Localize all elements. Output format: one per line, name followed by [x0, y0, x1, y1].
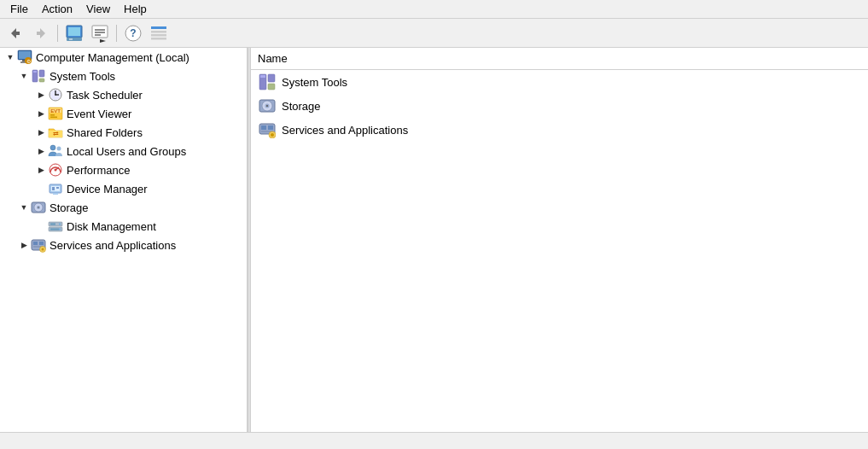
svg-rect-73 — [261, 125, 266, 130]
tree-performance[interactable]: ▶ Performance — [0, 160, 247, 179]
svg-rect-36 — [50, 117, 57, 119]
content-row-storage[interactable]: Storage — [251, 94, 868, 118]
svg-rect-26 — [39, 79, 44, 82]
event-viewer-expander[interactable]: ▶ — [34, 107, 48, 120]
svg-rect-54 — [50, 224, 55, 225]
svg-point-42 — [55, 169, 57, 172]
svg-rect-74 — [268, 125, 273, 130]
svg-rect-47 — [53, 193, 58, 195]
tree-disk-management[interactable]: ▶ Disk Management — [0, 217, 247, 236]
forward-button[interactable] — [29, 22, 53, 44]
svg-rect-5 — [69, 38, 73, 39]
menu-file[interactable]: File — [3, 1, 35, 17]
svg-rect-55 — [50, 229, 59, 230]
svg-rect-65 — [260, 75, 265, 78]
menu-view[interactable]: View — [79, 1, 117, 17]
system-tools-label: System Tools — [50, 70, 115, 83]
svg-rect-35 — [50, 114, 55, 116]
svg-rect-15 — [151, 34, 166, 37]
svg-text:EVT: EVT — [50, 108, 61, 114]
root-label: Computer Management (Local) — [36, 51, 189, 64]
tree-root[interactable]: ▼ ⚙ Computer Management (Local) — [0, 48, 247, 67]
local-users-expander[interactable]: ▶ — [34, 144, 48, 158]
content-row-system-tools[interactable]: System Tools — [251, 70, 868, 94]
svg-text:?: ? — [130, 27, 136, 39]
menu-help[interactable]: Help — [117, 1, 154, 17]
device-manager-label: Device Manager — [67, 183, 148, 195]
computer-management-icon: ⚙ — [17, 50, 32, 65]
shared-folders-label: Shared Folders — [67, 126, 143, 139]
svg-point-63 — [42, 248, 44, 251]
svg-rect-4 — [67, 38, 82, 41]
details-view-button[interactable] — [147, 22, 171, 44]
main-area: ▼ ⚙ Computer Management (Local) ▼ — [0, 48, 868, 432]
svg-point-39 — [57, 147, 61, 151]
services-expander[interactable]: ▶ — [17, 238, 31, 252]
back-button[interactable] — [3, 22, 27, 44]
tree-panel: ▼ ⚙ Computer Management (Local) ▼ — [0, 48, 248, 432]
system-tools-expander[interactable]: ▼ — [17, 69, 31, 83]
svg-rect-14 — [151, 31, 166, 33]
svg-point-38 — [50, 145, 55, 150]
toolbar-separator-1 — [57, 25, 58, 42]
tree-event-viewer[interactable]: ▶ EVT Event Viewer — [0, 104, 247, 123]
back-icon — [8, 26, 23, 41]
svg-rect-60 — [39, 242, 44, 245]
tree-local-users[interactable]: ▶ Local Users and Groups — [0, 142, 247, 160]
content-storage-icon — [258, 96, 277, 115]
device-manager-icon — [48, 181, 63, 196]
svg-rect-6 — [92, 26, 108, 38]
tree-task-scheduler[interactable]: ▶ Task Scheduler — [0, 85, 247, 104]
svg-rect-46 — [56, 187, 59, 189]
event-viewer-icon: EVT — [48, 106, 63, 121]
root-expander[interactable]: ▼ — [3, 50, 17, 64]
svg-point-57 — [59, 229, 61, 230]
performance-expander[interactable]: ▶ — [34, 163, 48, 177]
svg-rect-45 — [52, 187, 55, 190]
toolbar-separator-2 — [116, 25, 117, 42]
svg-point-77 — [271, 133, 274, 137]
task-scheduler-icon — [48, 87, 63, 102]
svg-marker-0 — [11, 28, 20, 38]
svg-rect-59 — [33, 242, 38, 245]
content-storage-label: Storage — [282, 100, 321, 113]
status-bar — [0, 432, 868, 449]
shared-folders-icon: ⇄ — [48, 125, 63, 140]
performance-icon — [48, 162, 63, 178]
svg-text:⇄: ⇄ — [53, 130, 59, 137]
name-column-header: Name — [258, 52, 288, 65]
services-icon — [31, 237, 46, 253]
properties-icon — [65, 24, 84, 43]
properties-button[interactable] — [62, 22, 86, 44]
svg-point-71 — [266, 105, 268, 107]
content-system-tools-label: System Tools — [282, 76, 347, 89]
tree-system-tools[interactable]: ▼ System Tools — [0, 67, 247, 85]
svg-rect-3 — [68, 27, 80, 36]
tree-storage[interactable]: ▼ Storage — [0, 198, 247, 217]
svg-point-56 — [59, 224, 61, 225]
tree-device-manager[interactable]: ▶ Device Manager — [0, 179, 247, 198]
svg-rect-66 — [268, 74, 275, 82]
storage-expander[interactable]: ▼ — [17, 201, 31, 214]
storage-label: Storage — [50, 201, 89, 214]
export-button[interactable] — [88, 22, 112, 44]
shared-folders-expander[interactable]: ▶ — [34, 125, 48, 139]
tree-shared-folders[interactable]: ▶ ⇄ Shared Folders — [0, 123, 247, 142]
svg-text:⚙: ⚙ — [26, 59, 31, 64]
content-services-icon — [258, 120, 277, 139]
local-users-icon — [48, 143, 63, 159]
system-tools-icon — [31, 68, 46, 84]
performance-label: Performance — [67, 164, 130, 177]
menu-bar: File Action View Help — [0, 0, 868, 19]
toolbar: ? — [0, 19, 868, 48]
tree-services[interactable]: ▶ Services and Applications — [0, 236, 247, 254]
local-users-label: Local Users and Groups — [67, 145, 186, 158]
task-scheduler-label: Task Scheduler — [67, 89, 143, 102]
content-row-services[interactable]: Services and Applications — [251, 118, 868, 142]
content-services-label: Services and Applications — [282, 124, 408, 137]
task-scheduler-expander[interactable]: ▶ — [34, 88, 48, 102]
menu-action[interactable]: Action — [35, 1, 79, 17]
help-button[interactable]: ? — [121, 22, 145, 44]
help-icon: ? — [124, 24, 143, 43]
svg-rect-67 — [268, 84, 275, 90]
